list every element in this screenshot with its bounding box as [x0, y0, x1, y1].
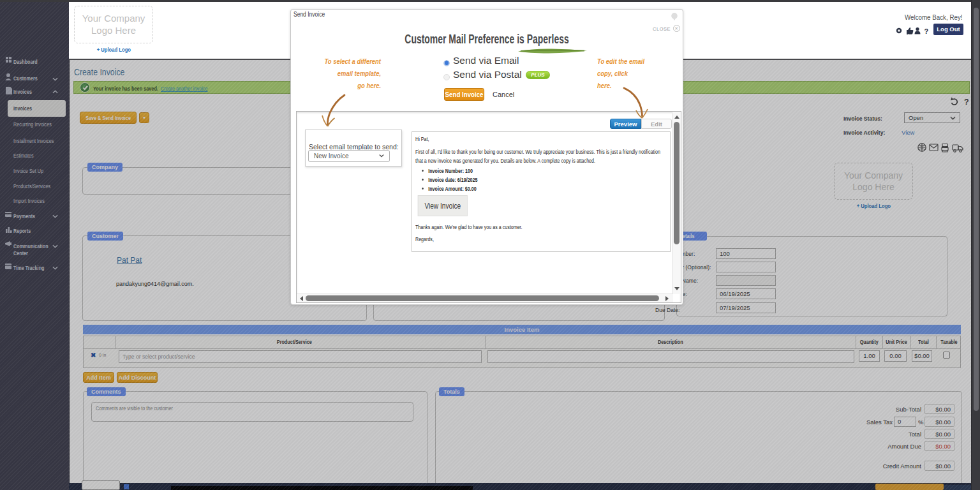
svg-text:?: ? — [924, 27, 929, 35]
